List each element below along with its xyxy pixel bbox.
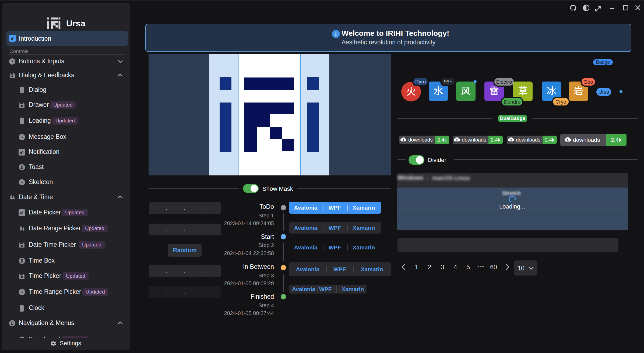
svg-text:i: i <box>335 30 337 37</box>
